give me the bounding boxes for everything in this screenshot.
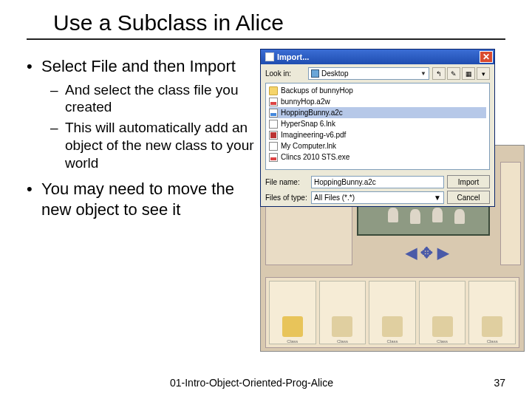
gallery-item[interactable]: Class bbox=[468, 281, 516, 344]
bullet-text: You may need to move the new object to s… bbox=[41, 179, 263, 219]
lookin-label: Look in: bbox=[265, 69, 305, 78]
file-list-item[interactable]: Clincs 2010 STS.exe bbox=[269, 151, 486, 163]
dialog-title: Import... bbox=[277, 52, 309, 61]
footer-filename: 01-Intro-Object-Oriented-Prog-Alice bbox=[170, 377, 333, 389]
file-list[interactable]: Backups of bunnyHopbunnyHop.a2wHoppingBu… bbox=[265, 83, 490, 170]
bunny-object bbox=[454, 209, 465, 224]
gallery-item[interactable]: Class bbox=[269, 281, 316, 344]
bullet-level2: – And select the class file you created bbox=[50, 81, 263, 117]
bullet-dash-icon: – bbox=[50, 119, 65, 171]
file-list-item[interactable]: Backups of bunnyHop bbox=[269, 85, 486, 96]
bullet-level1: • You may need to move the new object to… bbox=[27, 179, 263, 219]
pdf-icon bbox=[269, 131, 278, 140]
bunny-object bbox=[410, 209, 420, 224]
bullet-level2: – This will automatically add an object … bbox=[50, 119, 263, 171]
new-folder-button[interactable]: ✎ bbox=[447, 67, 460, 80]
slide: Use a Subclass in Alice • Select File an… bbox=[0, 0, 532, 399]
screenshot-column: ◀ ✥ ▶ Class Class Class Class Class Impo… bbox=[263, 56, 525, 352]
filename-row: File name: HoppingBunny.a2c Import bbox=[265, 175, 490, 188]
import-dialog: Import... ✕ Look in: Desktop ▼ ↰ bbox=[260, 49, 495, 207]
folder-icon bbox=[269, 86, 278, 95]
filetype-row: Files of type: All Files (*.*) ▼ Cancel bbox=[265, 191, 490, 204]
up-folder-button[interactable]: ↰ bbox=[432, 67, 446, 80]
dialog-titlebar[interactable]: Import... ✕ bbox=[261, 50, 494, 64]
bullet-text: This will automatically add an object of… bbox=[65, 119, 263, 171]
file-list-item[interactable]: HoppingBunny.a2c bbox=[269, 107, 486, 118]
class-thumb-icon bbox=[382, 316, 403, 337]
dialog-toolbar: ↰ ✎ ▦ ▾ bbox=[432, 67, 490, 80]
gallery-label: Class bbox=[487, 339, 498, 344]
file-name: Imagineering-v6.pdf bbox=[281, 131, 346, 139]
filename-value: HoppingBunny.a2c bbox=[314, 178, 376, 186]
close-button[interactable]: ✕ bbox=[480, 51, 493, 63]
import-button[interactable]: Import bbox=[447, 175, 490, 188]
bullet-text: And select the class file you created bbox=[65, 81, 263, 117]
gallery-label: Class bbox=[437, 339, 448, 344]
filename-label: File name: bbox=[265, 178, 308, 186]
gallery-item[interactable]: Class bbox=[369, 281, 416, 344]
folder-icon bbox=[282, 316, 303, 337]
bunny-object bbox=[388, 208, 398, 222]
filetype-label: Files of type: bbox=[265, 194, 308, 202]
bullet-dot-icon: • bbox=[27, 56, 41, 77]
view-button[interactable]: ▦ bbox=[462, 67, 475, 80]
file-name: My Computer.lnk bbox=[281, 142, 336, 150]
bullet-dash-icon: – bbox=[50, 81, 65, 117]
filetype-combo[interactable]: All Files (*.*) ▼ bbox=[311, 191, 444, 204]
bullet-text: Select File and then Import bbox=[41, 56, 236, 77]
filename-input[interactable]: HoppingBunny.a2c bbox=[311, 176, 444, 188]
lookin-combo[interactable]: Desktop ▼ bbox=[308, 67, 429, 80]
camera-controls[interactable]: ◀ ✥ ▶ bbox=[394, 242, 460, 264]
lookin-row: Look in: Desktop ▼ ↰ ✎ ▦ ▾ bbox=[261, 64, 494, 81]
filetype-value: All Files (*.*) bbox=[314, 194, 355, 202]
file-list-item[interactable]: bunnyHop.a2w bbox=[269, 96, 486, 107]
bullet-dot-icon: • bbox=[27, 179, 41, 219]
lookin-value: Desktop bbox=[321, 69, 349, 78]
bunny-object bbox=[432, 208, 443, 222]
file-list-item[interactable]: My Computer.lnk bbox=[269, 140, 486, 151]
a2w-icon bbox=[269, 98, 278, 106]
alice-gallery-panel: Class Class Class Class Class bbox=[265, 277, 519, 348]
dialog-bottom: File name: HoppingBunny.a2c Import Files… bbox=[261, 171, 494, 207]
a2c-icon bbox=[269, 109, 278, 117]
dialog-icon bbox=[265, 52, 274, 61]
file-name: Clincs 2010 STS.exe bbox=[281, 153, 349, 161]
file-list-item[interactable]: Imagineering-v6.pdf bbox=[269, 129, 486, 140]
gallery-item[interactable]: Class bbox=[419, 281, 466, 344]
class-thumb-icon bbox=[482, 316, 502, 337]
gallery-label: Class bbox=[337, 339, 348, 344]
text-column: • Select File and then Import – And sele… bbox=[27, 56, 263, 352]
slide-content: • Select File and then Import – And sele… bbox=[0, 56, 532, 352]
footer-page-number: 37 bbox=[494, 377, 505, 389]
file-name: HoppingBunny.a2c bbox=[281, 109, 343, 117]
slide-title: Use a Subclass in Alice bbox=[27, 10, 505, 40]
file-list-item[interactable]: HyperSnap 6.lnk bbox=[269, 118, 486, 129]
file-name: bunnyHop.a2w bbox=[281, 98, 330, 106]
lnk-icon bbox=[269, 120, 278, 129]
class-thumb-icon bbox=[432, 316, 453, 337]
lnk-icon bbox=[269, 142, 278, 151]
view-menu-button[interactable]: ▾ bbox=[477, 67, 490, 80]
gallery-label: Class bbox=[287, 339, 298, 344]
file-name: HyperSnap 6.lnk bbox=[281, 120, 335, 128]
chevron-down-icon: ▼ bbox=[420, 70, 426, 77]
gallery-label: Class bbox=[386, 339, 398, 344]
gallery-item[interactable]: Class bbox=[319, 281, 366, 344]
cancel-button[interactable]: Cancel bbox=[447, 191, 490, 204]
chevron-down-icon: ▼ bbox=[434, 194, 441, 202]
class-thumb-icon bbox=[332, 316, 352, 337]
a2w-icon bbox=[269, 153, 278, 162]
slide-footer: 01-Intro-Object-Oriented-Prog-Alice 37 bbox=[0, 377, 532, 389]
file-name: Backups of bunnyHop bbox=[281, 86, 353, 95]
alice-side-panel bbox=[500, 162, 521, 265]
bullet-level1: • Select File and then Import bbox=[27, 56, 263, 77]
desktop-icon bbox=[311, 69, 319, 78]
